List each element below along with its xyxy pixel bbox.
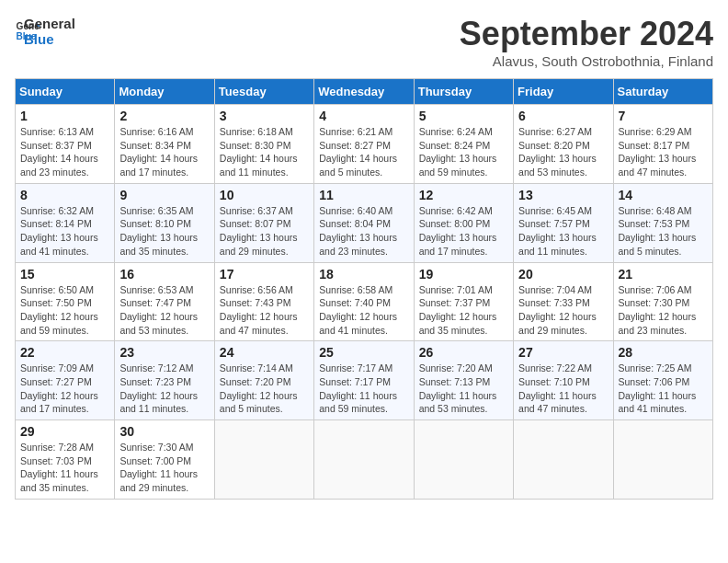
calendar-cell: 16Sunrise: 6:53 AM Sunset: 7:47 PM Dayli… (115, 262, 214, 341)
weekday-header-row: SundayMondayTuesdayWednesdayThursdayFrid… (16, 79, 713, 105)
calendar-cell: 14Sunrise: 6:48 AM Sunset: 7:53 PM Dayli… (613, 183, 712, 262)
calendar-cell: 1Sunrise: 6:13 AM Sunset: 8:37 PM Daylig… (16, 105, 115, 184)
weekday-header-thursday: Thursday (414, 79, 513, 105)
weekday-header-wednesday: Wednesday (314, 79, 414, 105)
calendar-cell: 10Sunrise: 6:37 AM Sunset: 8:07 PM Dayli… (214, 183, 313, 262)
day-number: 19 (419, 267, 508, 282)
day-detail: Sunrise: 6:24 AM Sunset: 8:24 PM Dayligh… (419, 125, 508, 179)
calendar-cell: 15Sunrise: 6:50 AM Sunset: 7:50 PM Dayli… (16, 262, 115, 341)
day-detail: Sunrise: 6:53 AM Sunset: 7:47 PM Dayligh… (119, 283, 209, 338)
weekday-header-saturday: Saturday (613, 79, 712, 105)
day-number: 29 (20, 424, 109, 439)
day-detail: Sunrise: 6:13 AM Sunset: 8:37 PM Dayligh… (20, 125, 109, 179)
calendar-week-row: 15Sunrise: 6:50 AM Sunset: 7:50 PM Dayli… (16, 262, 713, 341)
day-number: 11 (319, 188, 408, 202)
calendar-cell: 12Sunrise: 6:42 AM Sunset: 8:00 PM Dayli… (414, 183, 513, 262)
day-detail: Sunrise: 7:20 AM Sunset: 7:13 PM Dayligh… (419, 362, 508, 416)
day-number: 21 (619, 267, 708, 282)
day-detail: Sunrise: 6:37 AM Sunset: 8:07 PM Dayligh… (220, 204, 309, 259)
logo-line2: Blue (24, 32, 75, 48)
calendar-title: September 2024 (460, 15, 713, 53)
day-number: 20 (518, 267, 608, 282)
day-number: 1 (20, 109, 109, 123)
title-area: September 2024 Alavus, South Ostrobothni… (460, 15, 713, 69)
day-detail: Sunrise: 7:12 AM Sunset: 7:23 PM Dayligh… (119, 362, 209, 416)
day-number: 17 (220, 267, 309, 282)
calendar-cell: 29Sunrise: 7:28 AM Sunset: 7:03 PM Dayli… (16, 420, 115, 500)
calendar-cell: 11Sunrise: 6:40 AM Sunset: 8:04 PM Dayli… (314, 183, 414, 262)
calendar-cell (314, 420, 414, 500)
day-number: 3 (220, 109, 309, 123)
calendar-cell: 28Sunrise: 7:25 AM Sunset: 7:06 PM Dayli… (613, 341, 712, 420)
day-detail: Sunrise: 7:04 AM Sunset: 7:33 PM Dayligh… (518, 283, 608, 338)
day-number: 10 (220, 188, 309, 202)
calendar-cell: 25Sunrise: 7:17 AM Sunset: 7:17 PM Dayli… (314, 341, 414, 420)
day-number: 27 (518, 345, 608, 360)
day-number: 8 (20, 188, 109, 202)
weekday-header-tuesday: Tuesday (214, 79, 313, 105)
day-number: 14 (619, 188, 708, 202)
day-detail: Sunrise: 6:27 AM Sunset: 8:20 PM Dayligh… (518, 125, 608, 179)
calendar-cell: 18Sunrise: 6:58 AM Sunset: 7:40 PM Dayli… (314, 262, 414, 341)
day-number: 13 (518, 188, 608, 202)
day-detail: Sunrise: 7:17 AM Sunset: 7:17 PM Dayligh… (319, 362, 408, 416)
logo-line1: General (24, 17, 75, 32)
calendar-week-row: 22Sunrise: 7:09 AM Sunset: 7:27 PM Dayli… (16, 341, 713, 420)
logo: General Blue General Blue (15, 15, 75, 47)
calendar-cell: 23Sunrise: 7:12 AM Sunset: 7:23 PM Dayli… (115, 341, 214, 420)
day-number: 16 (119, 267, 209, 282)
day-detail: Sunrise: 7:22 AM Sunset: 7:10 PM Dayligh… (518, 362, 608, 416)
calendar-cell: 13Sunrise: 6:45 AM Sunset: 7:57 PM Dayli… (514, 183, 613, 262)
calendar-cell: 20Sunrise: 7:04 AM Sunset: 7:33 PM Dayli… (514, 262, 613, 341)
calendar-cell (214, 420, 313, 500)
day-number: 26 (419, 345, 508, 360)
day-detail: Sunrise: 6:18 AM Sunset: 8:30 PM Dayligh… (220, 125, 309, 179)
calendar-cell: 24Sunrise: 7:14 AM Sunset: 7:20 PM Dayli… (214, 341, 313, 420)
day-detail: Sunrise: 6:56 AM Sunset: 7:43 PM Dayligh… (220, 283, 309, 338)
day-detail: Sunrise: 6:35 AM Sunset: 8:10 PM Dayligh… (119, 204, 209, 259)
calendar-cell (414, 420, 513, 500)
calendar-cell: 4Sunrise: 6:21 AM Sunset: 8:27 PM Daylig… (314, 105, 414, 184)
day-detail: Sunrise: 7:01 AM Sunset: 7:37 PM Dayligh… (419, 283, 508, 338)
calendar-cell: 2Sunrise: 6:16 AM Sunset: 8:34 PM Daylig… (115, 105, 214, 184)
day-detail: Sunrise: 7:14 AM Sunset: 7:20 PM Dayligh… (220, 362, 309, 416)
day-number: 25 (319, 345, 408, 360)
calendar-cell: 5Sunrise: 6:24 AM Sunset: 8:24 PM Daylig… (414, 105, 513, 184)
calendar-cell: 26Sunrise: 7:20 AM Sunset: 7:13 PM Dayli… (414, 341, 513, 420)
weekday-header-sunday: Sunday (16, 79, 115, 105)
weekday-header-monday: Monday (115, 79, 214, 105)
day-number: 9 (119, 188, 209, 202)
calendar-cell: 17Sunrise: 6:56 AM Sunset: 7:43 PM Dayli… (214, 262, 313, 341)
day-detail: Sunrise: 7:09 AM Sunset: 7:27 PM Dayligh… (20, 362, 109, 416)
day-detail: Sunrise: 7:06 AM Sunset: 7:30 PM Dayligh… (619, 283, 708, 338)
day-number: 18 (319, 267, 408, 282)
calendar-week-row: 8Sunrise: 6:32 AM Sunset: 8:14 PM Daylig… (16, 183, 713, 262)
day-number: 6 (518, 109, 608, 123)
day-detail: Sunrise: 6:42 AM Sunset: 8:00 PM Dayligh… (419, 204, 508, 259)
calendar-cell: 3Sunrise: 6:18 AM Sunset: 8:30 PM Daylig… (214, 105, 313, 184)
day-number: 7 (619, 109, 708, 123)
day-number: 23 (119, 345, 209, 360)
day-detail: Sunrise: 7:30 AM Sunset: 7:00 PM Dayligh… (119, 441, 209, 495)
day-detail: Sunrise: 6:58 AM Sunset: 7:40 PM Dayligh… (319, 283, 408, 338)
day-number: 5 (419, 109, 508, 123)
calendar-table: SundayMondayTuesdayWednesdayThursdayFrid… (15, 78, 713, 500)
calendar-cell: 6Sunrise: 6:27 AM Sunset: 8:20 PM Daylig… (514, 105, 613, 184)
day-detail: Sunrise: 6:40 AM Sunset: 8:04 PM Dayligh… (319, 204, 408, 259)
calendar-cell: 21Sunrise: 7:06 AM Sunset: 7:30 PM Dayli… (613, 262, 712, 341)
calendar-subtitle: Alavus, South Ostrobothnia, Finland (460, 53, 713, 69)
calendar-cell: 19Sunrise: 7:01 AM Sunset: 7:37 PM Dayli… (414, 262, 513, 341)
day-detail: Sunrise: 6:21 AM Sunset: 8:27 PM Dayligh… (319, 125, 408, 179)
day-detail: Sunrise: 6:16 AM Sunset: 8:34 PM Dayligh… (119, 125, 209, 179)
day-number: 24 (220, 345, 309, 360)
day-detail: Sunrise: 6:45 AM Sunset: 7:57 PM Dayligh… (518, 204, 608, 259)
day-detail: Sunrise: 6:48 AM Sunset: 7:53 PM Dayligh… (619, 204, 708, 259)
calendar-cell: 7Sunrise: 6:29 AM Sunset: 8:17 PM Daylig… (613, 105, 712, 184)
day-detail: Sunrise: 7:25 AM Sunset: 7:06 PM Dayligh… (619, 362, 708, 416)
calendar-cell (613, 420, 712, 500)
page-header: General Blue General Blue September 2024… (15, 15, 713, 69)
day-detail: Sunrise: 6:50 AM Sunset: 7:50 PM Dayligh… (20, 283, 109, 338)
weekday-header-friday: Friday (514, 79, 613, 105)
day-number: 30 (119, 424, 209, 439)
calendar-cell: 9Sunrise: 6:35 AM Sunset: 8:10 PM Daylig… (115, 183, 214, 262)
